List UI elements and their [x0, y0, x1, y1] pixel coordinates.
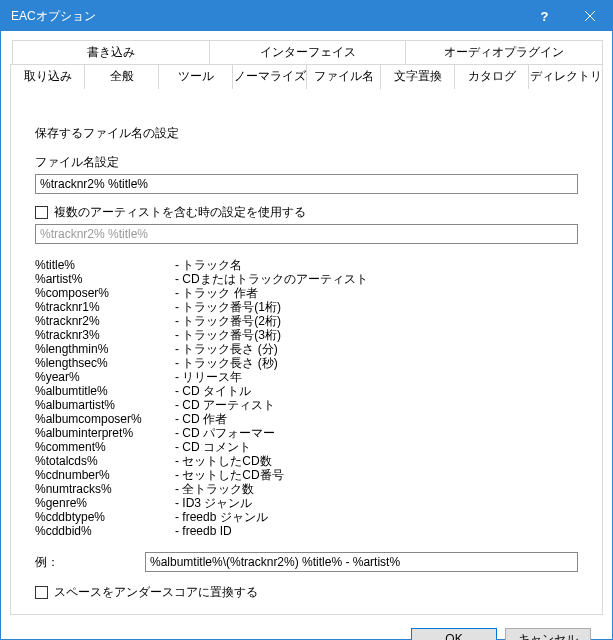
section-heading: 保存するファイル名の設定 — [35, 125, 578, 142]
variable-desc: - トラック長さ (分) — [175, 342, 278, 356]
variable-desc: - CD タイトル — [175, 384, 251, 398]
tab-取り込み[interactable]: 取り込み — [10, 64, 85, 89]
variable-key: %year% — [35, 370, 175, 384]
variable-row: %albumtitle%- CD タイトル — [35, 384, 578, 398]
variable-key: %cddbid% — [35, 524, 175, 538]
variable-desc: - freedb ID — [175, 524, 232, 538]
variable-row: %numtracks%- 全トラック数 — [35, 482, 578, 496]
variable-desc: - CD 作者 — [175, 412, 227, 426]
close-icon — [585, 11, 595, 21]
variable-row: %lengthmin%- トラック長さ (分) — [35, 342, 578, 356]
variable-desc: - CD コメント — [175, 440, 251, 454]
tab-ディレクトリ[interactable]: ディレクトリ — [529, 64, 603, 89]
variable-key: %totalcds% — [35, 454, 175, 468]
help-button[interactable]: ? — [522, 1, 567, 31]
cancel-button[interactable]: キャンセル — [505, 628, 591, 641]
variable-row: %albumcomposer%- CD 作者 — [35, 412, 578, 426]
multi-artist-input — [35, 224, 578, 244]
variable-key: %albuminterpret% — [35, 426, 175, 440]
window-title: EACオプション — [11, 8, 96, 25]
variable-key: %albumartist% — [35, 398, 175, 412]
variable-row: %cddbtype%- freedb ジャンル — [35, 510, 578, 524]
variable-desc: - freedb ジャンル — [175, 510, 268, 524]
multi-artist-label: 複数のアーティストを含む時の設定を使用する — [54, 204, 306, 221]
tab-ノーマライズ[interactable]: ノーマライズ — [233, 64, 307, 89]
variable-row: %title%- トラック名 — [35, 258, 578, 272]
variable-desc: - トラック 作者 — [175, 286, 258, 300]
filename-label: ファイル名設定 — [35, 154, 578, 171]
tab-row-upper: 書き込みインターフェイスオーディオプラグイン — [12, 40, 603, 65]
dialog-window: EACオプション ? 書き込みインターフェイスオーディオプラグイン 取り込み全般… — [0, 0, 613, 640]
variable-key: %tracknr1% — [35, 300, 175, 314]
variable-row: %lengthsec%- トラック長さ (秒) — [35, 356, 578, 370]
tab-カタログ[interactable]: カタログ — [455, 64, 529, 89]
variable-key: %lengthsec% — [35, 356, 175, 370]
tab-文字置換[interactable]: 文字置換 — [381, 64, 455, 89]
variable-row: %albumartist%- CD アーティスト — [35, 398, 578, 412]
variable-desc: - CDまたはトラックのアーティスト — [175, 272, 368, 286]
variable-key: %tracknr3% — [35, 328, 175, 342]
variable-desc: - ID3 ジャンル — [175, 496, 252, 510]
variable-row: %tracknr2%- トラック番号(2桁) — [35, 314, 578, 328]
variable-row: %cddbid%- freedb ID — [35, 524, 578, 538]
tab-panel-filename: 保存するファイル名の設定 ファイル名設定 複数のアーティストを含む時の設定を使用… — [10, 88, 603, 615]
variable-desc: - セットしたCD番号 — [175, 468, 284, 482]
variable-row: %totalcds%- セットしたCD数 — [35, 454, 578, 468]
variable-key: %numtracks% — [35, 482, 175, 496]
variable-row: %tracknr1%- トラック番号(1桁) — [35, 300, 578, 314]
variable-row: %genre%- ID3 ジャンル — [35, 496, 578, 510]
variable-desc: - トラック番号(2桁) — [175, 314, 281, 328]
replace-spaces-label: スペースをアンダースコアに置換する — [54, 584, 258, 601]
variable-key: %comment% — [35, 440, 175, 454]
example-input[interactable] — [145, 552, 578, 572]
variable-desc: - トラック番号(3桁) — [175, 328, 281, 342]
variable-row: %comment%- CD コメント — [35, 440, 578, 454]
variable-desc: - トラック番号(1桁) — [175, 300, 281, 314]
variable-row: %year%- リリース年 — [35, 370, 578, 384]
variable-key: %title% — [35, 258, 175, 272]
variable-key: %albumtitle% — [35, 384, 175, 398]
filename-input[interactable] — [35, 174, 578, 194]
variable-row: %albuminterpret%- CD パフォーマー — [35, 426, 578, 440]
variable-desc: - CD アーティスト — [175, 398, 275, 412]
variable-desc: - CD パフォーマー — [175, 426, 275, 440]
variable-desc: - 全トラック数 — [175, 482, 254, 496]
variable-key: %genre% — [35, 496, 175, 510]
variable-key: %cdnumber% — [35, 468, 175, 482]
tab-row-lower: 取り込み全般ツールノーマライズファイル名文字置換カタログディレクトリ — [10, 64, 603, 89]
variable-key: %lengthmin% — [35, 342, 175, 356]
tab-全般[interactable]: 全般 — [85, 64, 159, 89]
replace-spaces-checkbox[interactable] — [35, 586, 48, 599]
variable-key: %tracknr2% — [35, 314, 175, 328]
variable-list: %title%- トラック名%artist%- CDまたはトラックのアーティスト… — [35, 258, 578, 538]
multi-artist-checkbox[interactable] — [35, 206, 48, 219]
variable-key: %composer% — [35, 286, 175, 300]
variable-desc: - トラック長さ (秒) — [175, 356, 278, 370]
example-label: 例： — [35, 554, 145, 571]
variable-row: %cdnumber%- セットしたCD番号 — [35, 468, 578, 482]
tab-書き込み[interactable]: 書き込み — [12, 40, 210, 65]
close-button[interactable] — [567, 1, 612, 31]
dialog-footer: OK キャンセル — [10, 615, 603, 640]
variable-desc: - セットしたCD数 — [175, 454, 272, 468]
ok-button[interactable]: OK — [411, 628, 497, 641]
titlebar: EACオプション ? — [1, 1, 612, 31]
variable-desc: - リリース年 — [175, 370, 242, 384]
variable-key: %albumcomposer% — [35, 412, 175, 426]
variable-key: %artist% — [35, 272, 175, 286]
variable-row: %composer%- トラック 作者 — [35, 286, 578, 300]
tab-インターフェイス[interactable]: インターフェイス — [210, 40, 407, 65]
variable-row: %tracknr3%- トラック番号(3桁) — [35, 328, 578, 342]
tab-ツール[interactable]: ツール — [159, 64, 233, 89]
variable-row: %artist%- CDまたはトラックのアーティスト — [35, 272, 578, 286]
variable-desc: - トラック名 — [175, 258, 242, 272]
variable-key: %cddbtype% — [35, 510, 175, 524]
tab-オーディオプラグイン[interactable]: オーディオプラグイン — [406, 40, 603, 65]
tab-ファイル名[interactable]: ファイル名 — [307, 64, 381, 90]
